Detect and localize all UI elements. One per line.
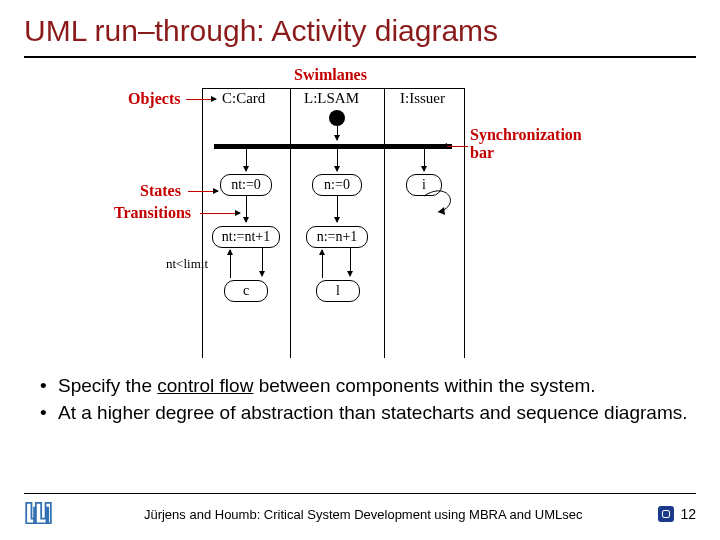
lane-issuer: I:Issuer — [400, 90, 445, 107]
syncbar-label-text-2: bar — [470, 144, 494, 161]
lane-lsam: L:LSAM — [304, 90, 359, 107]
arrow-start — [337, 126, 338, 140]
lane-border-1 — [202, 88, 203, 358]
lane-border-3 — [384, 88, 385, 358]
objects-label: Objects — [128, 90, 180, 108]
lane-border-4 — [464, 88, 465, 358]
leader-trans — [200, 213, 240, 214]
leader-states — [188, 191, 218, 192]
title-rule — [24, 56, 696, 58]
content-list: Specify the control flow between compone… — [24, 374, 696, 425]
tum-logo — [24, 500, 68, 528]
lane-top — [202, 88, 464, 89]
arrow-b3 — [424, 149, 425, 171]
bullet-2-pre: At a higher degree of abstraction than s… — [58, 402, 688, 423]
arrow-r12b — [337, 196, 338, 222]
state-l: l — [316, 280, 360, 302]
footer-text: Jürjens and Houmb: Critical System Devel… — [68, 507, 658, 522]
arrow-r23a — [262, 248, 263, 276]
sync-bar — [214, 144, 452, 149]
arrow-r23b — [350, 248, 351, 276]
svg-marker-0 — [438, 207, 445, 215]
activity-diagram: Swimlanes Objects States Transitions Syn… — [24, 66, 696, 366]
footer-rule — [24, 493, 696, 494]
arrow-b2 — [337, 149, 338, 171]
lane-card: C:Card — [222, 90, 265, 107]
page-title: UML run–through: Activity diagrams — [24, 0, 696, 48]
bullet-1: Specify the control flow between compone… — [58, 374, 696, 399]
lane-border-2 — [290, 88, 291, 358]
bullet-1-post: between components within the system. — [253, 375, 595, 396]
bullet-2: At a higher degree of abstraction than s… — [58, 401, 696, 426]
start-node — [329, 110, 345, 126]
self-loop — [418, 188, 458, 218]
syncbar-label: Synchronization bar — [470, 126, 582, 161]
presentation-icon — [658, 506, 674, 522]
transitions-label: Transitions — [114, 204, 191, 222]
guard-text: nt<limit — [166, 256, 208, 272]
state-n1: n:=n+1 — [306, 226, 368, 248]
leader-syncbar — [442, 146, 468, 147]
state-n0: n:=0 — [312, 174, 362, 196]
slide: UML run–through: Activity diagrams Swiml… — [0, 0, 720, 540]
states-label: States — [140, 182, 181, 200]
page-number: 12 — [680, 506, 696, 522]
bullet-1-u: control flow — [157, 375, 253, 396]
state-nt0: nt:=0 — [220, 174, 272, 196]
footer: Jürjens and Houmb: Critical System Devel… — [0, 500, 720, 528]
syncbar-label-text-1: Synchronization — [470, 126, 582, 143]
arrow-r32a — [230, 250, 231, 278]
bullet-1-pre: Specify the — [58, 375, 157, 396]
state-nt1: nt:=nt+1 — [212, 226, 280, 248]
arrow-r12a — [246, 196, 247, 222]
arrow-b1 — [246, 149, 247, 171]
swimlanes-label: Swimlanes — [294, 66, 367, 84]
state-c: c — [224, 280, 268, 302]
page-number-group: 12 — [658, 506, 696, 522]
arrow-r32b — [322, 250, 323, 278]
leader-objects — [186, 99, 216, 100]
